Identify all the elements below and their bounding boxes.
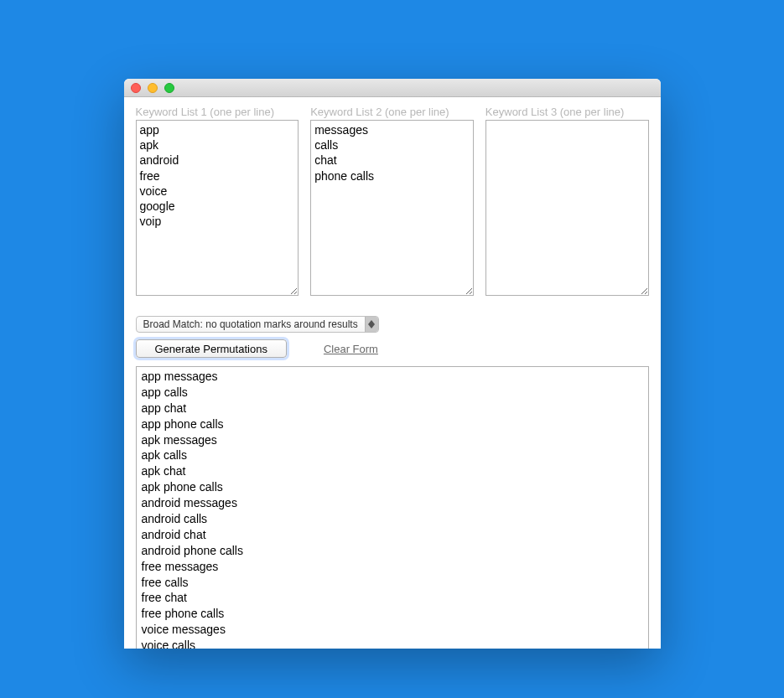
window-content: Keyword List 1 (one per line) Keyword Li… bbox=[124, 97, 661, 649]
result-line: voice messages bbox=[142, 622, 643, 638]
result-line: voice calls bbox=[142, 638, 643, 649]
keyword-label-2: Keyword List 2 (one per line) bbox=[310, 106, 474, 118]
result-line: free phone calls bbox=[142, 606, 643, 622]
result-line: app calls bbox=[142, 385, 643, 401]
match-type-value: Broad Match: no quotation marks around r… bbox=[137, 317, 365, 332]
action-row: Generate Permutations Clear Form bbox=[136, 339, 649, 358]
keyword-columns: Keyword List 1 (one per line) Keyword Li… bbox=[136, 106, 649, 296]
minimize-icon[interactable] bbox=[148, 83, 158, 93]
result-line: apk phone calls bbox=[142, 479, 643, 495]
keyword-list-1-input[interactable] bbox=[136, 120, 299, 296]
controls: Broad Match: no quotation marks around r… bbox=[136, 316, 649, 358]
result-line: app phone calls bbox=[142, 416, 643, 432]
chevron-up-down-icon bbox=[365, 317, 378, 332]
result-line: free chat bbox=[142, 590, 643, 606]
result-line: android messages bbox=[142, 495, 643, 511]
match-type-select[interactable]: Broad Match: no quotation marks around r… bbox=[136, 316, 379, 333]
result-line: free messages bbox=[142, 559, 643, 575]
keyword-list-3-input[interactable] bbox=[485, 120, 649, 296]
app-window: Keyword List 1 (one per line) Keyword Li… bbox=[124, 79, 661, 649]
keyword-column-3: Keyword List 3 (one per line) bbox=[485, 106, 649, 296]
result-line: android chat bbox=[142, 527, 643, 543]
result-line: android phone calls bbox=[142, 543, 643, 559]
result-line: apk chat bbox=[142, 463, 643, 479]
result-line: android calls bbox=[142, 511, 643, 527]
close-icon[interactable] bbox=[131, 83, 141, 93]
generate-button[interactable]: Generate Permutations bbox=[136, 339, 287, 358]
titlebar bbox=[124, 79, 661, 97]
zoom-icon[interactable] bbox=[164, 83, 174, 93]
clear-form-link[interactable]: Clear Form bbox=[324, 343, 378, 355]
result-line: apk calls bbox=[142, 447, 643, 463]
results-output[interactable]: app messagesapp callsapp chatapp phone c… bbox=[136, 366, 649, 649]
keyword-label-1: Keyword List 1 (one per line) bbox=[136, 106, 299, 118]
result-line: free calls bbox=[142, 575, 643, 591]
keyword-column-1: Keyword List 1 (one per line) bbox=[136, 106, 299, 296]
result-line: app messages bbox=[142, 369, 643, 385]
keyword-list-2-input[interactable] bbox=[310, 120, 474, 296]
keyword-column-2: Keyword List 2 (one per line) bbox=[310, 106, 474, 296]
keyword-label-3: Keyword List 3 (one per line) bbox=[485, 106, 649, 118]
result-line: apk messages bbox=[142, 432, 643, 448]
result-line: app chat bbox=[142, 401, 643, 416]
